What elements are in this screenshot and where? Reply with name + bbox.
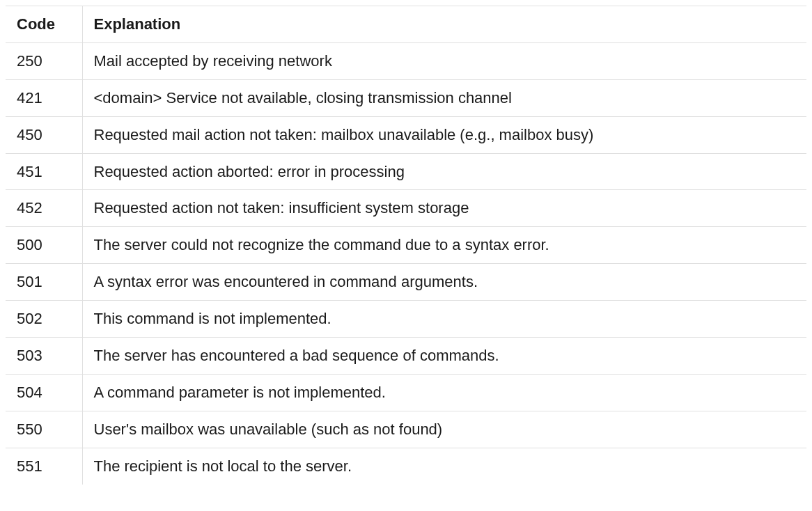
table-row: 452 Requested action not taken: insuffic… [6,190,806,227]
table-row: 451 Requested action aborted: error in p… [6,153,806,190]
cell-code: 451 [6,153,82,190]
cell-explanation: The server has encountered a bad sequenc… [82,338,806,375]
cell-code: 250 [6,42,82,79]
cell-explanation: Requested mail action not taken: mailbox… [82,116,806,153]
table-row: 550 User's mailbox was unavailable (such… [6,411,806,448]
cell-code: 551 [6,448,82,484]
cell-explanation: User's mailbox was unavailable (such as … [82,411,806,448]
header-explanation: Explanation [82,6,806,43]
cell-code: 501 [6,264,82,301]
table-row: 551 The recipient is not local to the se… [6,448,806,484]
table-header-row: Code Explanation [6,6,806,43]
cell-code: 500 [6,227,82,264]
table-row: 250 Mail accepted by receiving network [6,42,806,79]
table-row: 504 A command parameter is not implement… [6,374,806,411]
cell-explanation: The recipient is not local to the server… [82,448,806,484]
smtp-codes-table: Code Explanation 250 Mail accepted by re… [6,6,806,485]
cell-code: 452 [6,190,82,227]
cell-explanation: <domain> Service not available, closing … [82,79,806,116]
table-row: 500 The server could not recognize the c… [6,227,806,264]
table-row: 501 A syntax error was encountered in co… [6,264,806,301]
cell-code: 421 [6,79,82,116]
table-row: 421 <domain> Service not available, clos… [6,79,806,116]
cell-explanation: Requested action not taken: insufficient… [82,190,806,227]
table-row: 502 This command is not implemented. [6,301,806,338]
cell-explanation: A command parameter is not implemented. [82,374,806,411]
cell-code: 503 [6,338,82,375]
cell-explanation: Mail accepted by receiving network [82,42,806,79]
header-code: Code [6,6,82,43]
cell-code: 502 [6,301,82,338]
cell-code: 450 [6,116,82,153]
cell-explanation: This command is not implemented. [82,301,806,338]
cell-code: 504 [6,374,82,411]
table-row: 450 Requested mail action not taken: mai… [6,116,806,153]
cell-explanation: Requested action aborted: error in proce… [82,153,806,190]
cell-explanation: The server could not recognize the comma… [82,227,806,264]
cell-code: 550 [6,411,82,448]
table-row: 503 The server has encountered a bad seq… [6,338,806,375]
cell-explanation: A syntax error was encountered in comman… [82,264,806,301]
